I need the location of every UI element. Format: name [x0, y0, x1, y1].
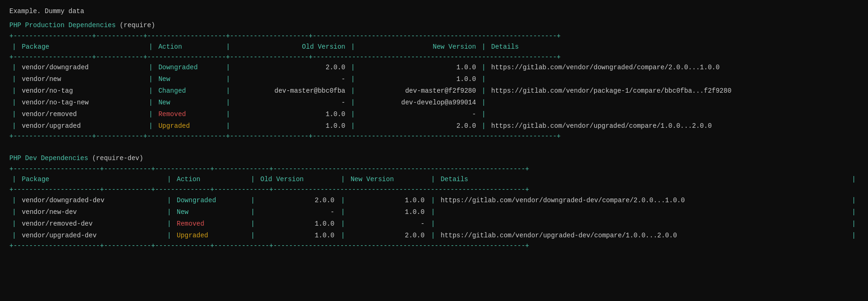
pipe: |: [9, 109, 19, 120]
pipe: |: [165, 218, 174, 230]
details: [438, 206, 849, 218]
old-version: 1.0.0: [258, 230, 338, 242]
pipe: |: [849, 206, 859, 218]
pipe: |: [428, 195, 438, 206]
pipe: |: [248, 195, 257, 206]
package: vendor/downgraded-dev: [19, 195, 164, 206]
table-row: | vendor/removed-dev | Removed | 1.0.0 |…: [9, 218, 859, 230]
header-old: Old Version: [258, 174, 338, 185]
pipe: |: [248, 218, 257, 230]
header-new: New Version: [358, 41, 479, 53]
new-version: 2.0.0: [358, 120, 479, 132]
header-package: Package: [19, 174, 164, 185]
details: https://gitlab.com/vendor/upgraded-dev/c…: [438, 230, 849, 242]
pipe: |: [9, 73, 19, 85]
pipe: |: [479, 73, 488, 85]
table-row: | vendor/downgraded-dev | Downgraded | 2…: [9, 195, 859, 206]
pipe: |: [146, 62, 156, 73]
pipe: |: [9, 41, 19, 53]
action: Removed: [156, 109, 224, 120]
pipe: |: [224, 73, 233, 85]
package: vendor/new-dev: [19, 206, 164, 218]
pipe: |: [9, 218, 19, 230]
pipe: |: [479, 97, 488, 109]
border-bot: +----------------------+------------+---…: [9, 242, 859, 251]
details: https://gitlab.com/vendor/package-1/comp…: [488, 85, 859, 97]
pipe: |: [348, 120, 358, 132]
pipe: |: [146, 97, 156, 109]
package: vendor/no-tag: [19, 85, 146, 97]
pipe: |: [146, 85, 156, 97]
pipe: |: [348, 62, 358, 73]
action: Downgraded: [174, 195, 248, 206]
pipe: |: [479, 62, 488, 73]
pipe: |: [146, 41, 156, 53]
header-details: Details: [488, 41, 859, 53]
action: Upgraded: [174, 230, 248, 242]
table-row: | vendor/downgraded | Downgraded | 2.0.0…: [9, 62, 859, 73]
section1-table: +--------------------+------------+-----…: [9, 32, 859, 141]
section-dev: PHP Dev Dependencies (require-dev) +----…: [9, 154, 859, 251]
table-row: | vendor/removed | Removed | 1.0.0 | - |: [9, 109, 859, 120]
pipe: |: [479, 41, 488, 53]
table-row: | vendor/upgraded | Upgraded | 1.0.0 | 2…: [9, 120, 859, 132]
new-version: 1.0.0: [358, 73, 479, 85]
header-action: Action: [156, 41, 224, 53]
old-version: 2.0.0: [233, 62, 348, 73]
pipe: |: [348, 97, 358, 109]
pipe: |: [224, 97, 233, 109]
old-version: -: [233, 73, 348, 85]
table-row: | vendor/no-tag-new | New | - | dev-deve…: [9, 97, 859, 109]
old-version: 1.0.0: [233, 120, 348, 132]
pipe: |: [348, 85, 358, 97]
pipe: |: [224, 41, 233, 53]
header-package: Package: [19, 41, 146, 53]
pipe: |: [849, 230, 859, 242]
pipe: |: [9, 195, 19, 206]
package: vendor/downgraded: [19, 62, 146, 73]
pipe: |: [146, 109, 156, 120]
pipe: |: [9, 120, 19, 132]
old-version: -: [258, 206, 338, 218]
pipe: |: [348, 41, 358, 53]
pipe: |: [9, 85, 19, 97]
package: vendor/new: [19, 73, 146, 85]
details: https://gitlab.com/vendor/upgraded/compa…: [488, 120, 859, 132]
details: https://gitlab.com/vendor/downgraded-dev…: [438, 195, 849, 206]
new-version: 1.0.0: [358, 62, 479, 73]
pipe: |: [338, 230, 347, 242]
header-new: New Version: [348, 174, 428, 185]
new-version: 2.0.0: [348, 230, 428, 242]
pipe: |: [338, 218, 347, 230]
pipe: |: [338, 174, 347, 185]
section2-title: PHP Dev Dependencies (require-dev): [9, 154, 859, 162]
pipe: |: [248, 174, 257, 185]
details: [488, 109, 859, 120]
old-version: 1.0.0: [233, 109, 348, 120]
pipe: |: [224, 62, 233, 73]
border-top: +--------------------+------------+-----…: [9, 32, 859, 41]
header-details: Details: [438, 174, 849, 185]
new-version: -: [348, 218, 428, 230]
action: Removed: [174, 218, 248, 230]
header-old: Old Version: [233, 41, 348, 53]
old-version: 1.0.0: [258, 218, 338, 230]
pipe: |: [9, 97, 19, 109]
new-version: -: [358, 109, 479, 120]
pipe: |: [9, 230, 19, 242]
header-action: Action: [174, 174, 248, 185]
old-version: 2.0.0: [258, 195, 338, 206]
section1-paren-text: (require): [120, 22, 155, 29]
package: vendor/upgraded-dev: [19, 230, 164, 242]
pipe: |: [165, 174, 174, 185]
package: vendor/upgraded: [19, 120, 146, 132]
pipe: |: [248, 206, 257, 218]
pipe: |: [165, 230, 174, 242]
pipe: |: [165, 206, 174, 218]
old-version: dev-master@bbc0fba: [233, 85, 348, 97]
details: [488, 97, 859, 109]
pipe: |: [224, 85, 233, 97]
pipe: |: [479, 85, 488, 97]
header-row: | Package | Action | Old Version | New V…: [9, 41, 859, 53]
action: New: [174, 206, 248, 218]
